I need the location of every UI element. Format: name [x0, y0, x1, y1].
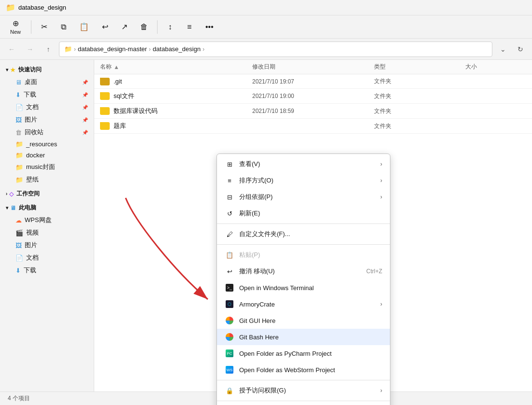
forward-button[interactable]: →	[22, 42, 38, 57]
ctx-item-refresh[interactable]: ↺ 刷新(E)	[217, 205, 390, 222]
title-text: database_design	[18, 4, 66, 11]
status-text: 4 个项目	[8, 394, 30, 403]
up-button[interactable]: ↑	[41, 42, 56, 57]
table-row[interactable]: sql文件 2021/7/10 19:00 文件夹	[94, 89, 532, 104]
col-name-header[interactable]: 名称 ▲	[100, 63, 252, 71]
ctx-item-undo[interactable]: ↩ 撤消 移动(U) Ctrl+Z	[217, 263, 390, 279]
new-label: New	[10, 29, 21, 35]
star-icon: ★	[10, 67, 15, 73]
download-icon: ⬇	[15, 91, 21, 98]
ctx-item-pycharm[interactable]: PC Open Folder as PyCharm Project	[217, 345, 390, 362]
access-ctx-icon: 🔒	[225, 386, 234, 395]
sidebar-item-wallpaper[interactable]: 📁 壁纸	[2, 173, 92, 186]
pin-icon-download: 📌	[82, 92, 88, 98]
recycle-icon: 🗑	[15, 129, 22, 136]
col-size-header[interactable]: 大小	[465, 63, 526, 71]
sort-ctx-icon: ≡	[225, 176, 234, 185]
quick-access-header[interactable]: ▾ ★ 快速访问	[2, 64, 92, 76]
sidebar-music-label: music封面	[26, 163, 55, 171]
toolbar: ⊕ New ✂ ⧉ 📋 ↩ ↗ 🗑 ↕ ≡ •••	[0, 15, 532, 39]
file-type-db: 文件夹	[374, 107, 465, 115]
sidebar-docker-label: docker	[26, 152, 45, 159]
terminal-box: >_	[226, 284, 233, 292]
ctx-item-customize[interactable]: 🖊 自定义文件夹(F)...	[217, 226, 390, 242]
sidebar-item-desktop[interactable]: 🖥 桌面 📌	[2, 76, 92, 88]
pin-icon-docs: 📌	[82, 105, 88, 110]
thispc-label: 此电脑	[19, 204, 36, 212]
ctx-group-label: 分组依据(P)	[239, 193, 273, 201]
sort-button[interactable]: ↕	[161, 17, 179, 37]
ctx-arrow-view: ›	[380, 161, 382, 168]
new-button[interactable]: ⊕ New	[4, 17, 27, 37]
copy-icon: ⧉	[61, 23, 66, 31]
sidebar-item-wps[interactable]: ☁ WPS网盘	[2, 214, 92, 226]
cut-button[interactable]: ✂	[35, 17, 53, 37]
paste-button[interactable]: 📋	[74, 17, 94, 37]
file-type-git: 文件夹	[374, 77, 465, 85]
desktop-icon: 🖥	[15, 79, 22, 86]
sidebar-item-pics2[interactable]: 🖼 图片	[2, 239, 92, 251]
sidebar: ▾ ★ 快速访问 🖥 桌面 📌 ⬇ 下载 📌 📄 文档 📌 🖼 图片	[0, 60, 94, 391]
sidebar-item-pics[interactable]: 🖼 图片 📌	[2, 113, 92, 126]
rename-icon: ↩	[102, 22, 108, 31]
sidebar-item-recycle[interactable]: 🗑 回收站 📌	[2, 126, 92, 139]
gitgui-ctx-icon	[225, 316, 234, 325]
ctx-shortcut-undo: Ctrl+Z	[366, 268, 382, 275]
sidebar-item-download[interactable]: ⬇ 下载 📌	[2, 88, 92, 101]
ctx-arrow-group: ›	[380, 194, 382, 200]
ctx-sep-4	[217, 401, 390, 401]
table-row[interactable]: .git 2021/7/10 19:07 文件夹	[94, 74, 532, 89]
ctx-item-gitgui[interactable]: Git GUI Here	[217, 312, 390, 329]
workspace-icon: ◇	[9, 191, 14, 197]
dropdown-button[interactable]: ⌄	[495, 42, 511, 57]
ctx-item-terminal[interactable]: >_ Open in Windows Terminal	[217, 279, 390, 296]
sidebar-wps-label: WPS网盘	[25, 216, 52, 224]
sidebar-item-music[interactable]: 📁 music封面	[2, 161, 92, 173]
address-right: ⌄ ↻	[495, 42, 528, 57]
copy-button[interactable]: ⧉	[55, 17, 72, 37]
sidebar-download-label: 下载	[24, 90, 36, 99]
workspace-header[interactable]: › ◇ 工作空间	[2, 188, 92, 200]
ctx-item-group[interactable]: ⊟ 分组依据(P) ›	[217, 189, 390, 205]
address-path[interactable]: 📁 › database_design-master › database_de…	[59, 42, 492, 57]
pycharm-box: PC	[226, 349, 233, 357]
view-button[interactable]: ≡	[181, 17, 198, 37]
paste-ctx-icon: 📋	[225, 250, 234, 260]
sidebar-item-download2[interactable]: ⬇ 下载	[2, 264, 92, 277]
thispc-section: ▾ 🖥 此电脑 ☁ WPS网盘 🎬 视频 🖼 图片 📄 文档 ⬇	[0, 202, 94, 277]
sidebar-item-docs[interactable]: 📄 文档 📌	[2, 101, 92, 113]
rename-button[interactable]: ↩	[96, 17, 114, 37]
ctx-arrow-sort: ›	[380, 177, 382, 184]
ctx-arrow-access: ›	[380, 387, 382, 394]
table-row[interactable]: 题库 文件夹	[94, 119, 532, 134]
ctx-refresh-label: 刷新(E)	[239, 209, 260, 218]
sidebar-item-docs2[interactable]: 📄 文档	[2, 251, 92, 264]
workspace-label: 工作空间	[16, 190, 40, 198]
thispc-header[interactable]: ▾ 🖥 此电脑	[2, 202, 92, 214]
ctx-item-sort[interactable]: ≡ 排序方式(O) ›	[217, 172, 390, 189]
ctx-item-view[interactable]: ⊞ 查看(V) ›	[217, 156, 390, 172]
more-button[interactable]: •••	[200, 17, 219, 37]
sidebar-item-resources[interactable]: 📁 _resources	[2, 139, 92, 150]
ctx-item-armory[interactable]: ⬡ ArmoryCrate ›	[217, 296, 390, 312]
ctx-access-label: 授予访问权限(G)	[239, 386, 286, 395]
refresh-button[interactable]: ↻	[513, 42, 528, 57]
ctx-pycharm-label: Open Folder as PyCharm Project	[239, 350, 331, 357]
ctx-item-gitbash[interactable]: Git Bash Here	[217, 329, 390, 345]
back-button[interactable]: ←	[4, 42, 19, 57]
ctx-item-webstorm[interactable]: WS Open Folder as WebStorm Project	[217, 362, 390, 378]
ctx-item-new[interactable]: 📄 新建(W) ›	[217, 403, 390, 405]
new-icon: ⊕	[13, 19, 19, 28]
col-type-header[interactable]: 类型	[374, 63, 465, 71]
sidebar-item-video[interactable]: 🎬 视频	[2, 226, 92, 239]
delete-button[interactable]: 🗑	[135, 17, 153, 37]
folder-icon-sql	[100, 92, 110, 100]
table-row[interactable]: 数据库课设代码 2021/7/10 18:59 文件夹	[94, 104, 532, 119]
sidebar-item-docker[interactable]: 📁 docker	[2, 150, 92, 161]
share-button[interactable]: ↗	[115, 17, 133, 37]
context-menu: ⊞ 查看(V) › ≡ 排序方式(O) › ⊟ 分组依据(P) › ↺ 刷新(E…	[216, 154, 390, 405]
computer-icon: 🖥	[10, 205, 16, 211]
scissors-icon: ✂	[41, 22, 47, 31]
col-date-header[interactable]: 修改日期	[252, 63, 374, 71]
ctx-item-access[interactable]: 🔒 授予访问权限(G) ›	[217, 382, 390, 399]
